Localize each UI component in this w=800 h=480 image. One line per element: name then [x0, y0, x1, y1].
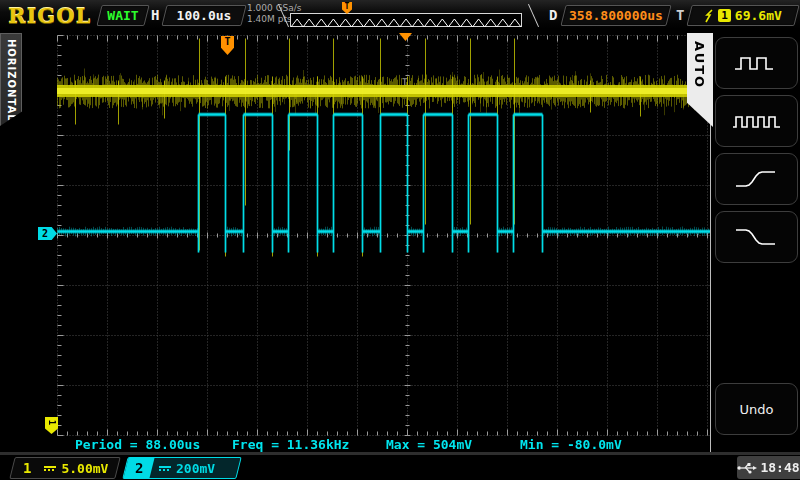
channel1-badge[interactable]: 1 5.00mV: [9, 457, 120, 479]
trigger-source-badge: 1: [718, 9, 731, 22]
run-status: WAIT: [107, 8, 138, 23]
channel2-number: 2: [124, 458, 155, 478]
trigger-badge[interactable]: 1 69.6mV: [686, 5, 799, 26]
oscilloscope-screen: RIGOL WAIT H 100.0us 1.000 GSa/s 1.40M p…: [0, 0, 800, 480]
channel2-scale: 200mV: [176, 461, 215, 476]
soft-menu-panel: Undo: [710, 33, 800, 452]
channel2-badge[interactable]: 2 200mV: [122, 457, 241, 479]
trigger-label: T: [676, 7, 684, 23]
menu-button-falling-edge[interactable]: [715, 211, 798, 263]
bottom-status-bar: 1 5.00mV 2 200mV: [0, 455, 800, 480]
delay-badge[interactable]: 358.800000us: [560, 5, 671, 26]
trigger-edge-icon: [704, 9, 714, 23]
clock-panel: 18:48: [737, 456, 800, 479]
overview-waveform-icon: [291, 17, 521, 29]
square-wave-2cycle-icon: [733, 50, 781, 76]
delay-label: D: [549, 7, 557, 23]
measurement-period: Period = 88.00us: [75, 437, 200, 452]
timebase-badge[interactable]: 100.0us: [161, 5, 246, 26]
square-wave-4cycle-icon: [731, 108, 783, 134]
trigger-center-t: T: [402, 77, 407, 87]
measurement-max: Max = 504mV: [386, 437, 472, 452]
clock-time: 18:48: [760, 460, 799, 475]
channel1-number: 1: [13, 460, 39, 476]
delay-value: 358.800000us: [569, 8, 663, 23]
usb-icon: [737, 462, 757, 474]
dc-coupling-icon: [44, 465, 56, 472]
menu-button-square-wave-4cycle[interactable]: [715, 95, 798, 147]
measurement-min: Min = -80.0mV: [520, 437, 622, 452]
tab-auto-label: AUTO: [692, 41, 707, 89]
channel1-scale: 5.00mV: [61, 461, 108, 476]
trigger-level-value: 69.6mV: [735, 8, 782, 23]
undo-button[interactable]: Undo: [715, 383, 798, 435]
timebase-value: 100.0us: [177, 8, 232, 23]
dc-coupling-icon: [159, 465, 171, 472]
falling-edge-icon: [733, 224, 781, 250]
menu-button-square-wave-2cycle[interactable]: [715, 37, 798, 89]
tab-horizontal-label: HORIZONTAL: [6, 39, 17, 122]
measurement-freq: Freq = 11.36kHz: [232, 437, 349, 452]
top-status-bar: RIGOL WAIT H 100.0us 1.000 GSa/s 1.40M p…: [0, 0, 800, 30]
run-status-badge: WAIT: [96, 5, 149, 26]
undo-label: Undo: [740, 402, 774, 417]
rising-edge-icon: [733, 166, 781, 192]
waveform-display: [0, 0, 800, 480]
menu-button-rising-edge[interactable]: [715, 153, 798, 205]
separator-line: [528, 4, 539, 27]
waveform-overview[interactable]: [290, 13, 522, 27]
rigol-logo: RIGOL: [8, 3, 91, 28]
horizontal-label: H: [151, 7, 159, 23]
